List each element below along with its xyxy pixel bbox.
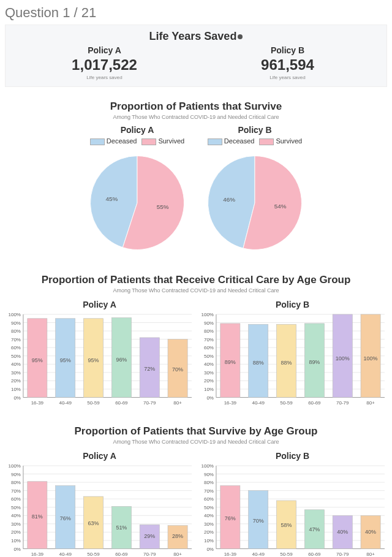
- svg-text:16-39: 16-39: [31, 552, 44, 557]
- svg-text:80%: 80%: [11, 480, 21, 485]
- svg-text:90%: 90%: [204, 320, 214, 325]
- svg-text:70%: 70%: [11, 336, 21, 342]
- svg-text:100%: 100%: [202, 312, 214, 317]
- svg-text:100%: 100%: [9, 463, 21, 469]
- section-sub: Among Those Who Contracted COVID-19 and …: [5, 287, 387, 294]
- policy-a-label: Policy A: [13, 45, 196, 55]
- svg-text:45%: 45%: [106, 195, 118, 202]
- svg-text:80%: 80%: [11, 328, 21, 334]
- svg-text:20%: 20%: [11, 529, 21, 535]
- svg-text:50-59: 50-59: [87, 552, 100, 557]
- svg-text:0%: 0%: [13, 547, 21, 552]
- svg-text:96%: 96%: [116, 357, 127, 363]
- svg-text:80%: 80%: [204, 480, 214, 485]
- swatch-survived-icon: [141, 138, 156, 145]
- svg-text:30%: 30%: [204, 369, 214, 375]
- section-title: Proportion of Patients that Survive by A…: [5, 425, 387, 438]
- svg-text:46%: 46%: [223, 196, 235, 203]
- svg-text:40%: 40%: [11, 362, 21, 367]
- svg-text:40%: 40%: [337, 529, 348, 535]
- policy-a-value: 1,017,522: [13, 56, 196, 74]
- svg-text:70-79: 70-79: [336, 400, 349, 406]
- svg-text:88%: 88%: [281, 359, 292, 365]
- svg-text:70%: 70%: [204, 488, 214, 494]
- section-title: Proportion of Patients that Receive Crit…: [5, 274, 387, 286]
- info-icon[interactable]: [238, 34, 243, 39]
- svg-text:70%: 70%: [172, 366, 183, 372]
- pie-a-label: Policy A: [82, 125, 192, 135]
- svg-text:60%: 60%: [11, 345, 21, 350]
- svg-text:0%: 0%: [206, 395, 214, 400]
- svg-text:50-59: 50-59: [280, 400, 293, 406]
- svg-text:20%: 20%: [204, 529, 214, 535]
- critical-care-section: Proportion of Patients that Receive Crit…: [5, 274, 387, 412]
- svg-text:40%: 40%: [365, 529, 376, 535]
- svg-text:16-39: 16-39: [224, 400, 237, 406]
- svg-text:47%: 47%: [309, 526, 320, 532]
- svg-text:90%: 90%: [204, 472, 214, 477]
- svg-text:60%: 60%: [204, 496, 214, 502]
- svg-text:100%: 100%: [202, 463, 214, 469]
- bar-chart-cc-policy-b: 0%10%20%30%40%50%60%70%80%90%100%89%16-3…: [198, 312, 387, 409]
- bar-chart-sv-policy-a: 0%10%20%30%40%50%60%70%80%90%100%81%16-3…: [5, 463, 194, 557]
- panel-title: Life Years Saved: [13, 30, 379, 43]
- svg-text:30%: 30%: [204, 521, 214, 527]
- bars-sv-a-label: Policy A: [5, 451, 194, 461]
- svg-text:54%: 54%: [274, 202, 287, 209]
- svg-text:60%: 60%: [11, 496, 21, 502]
- svg-text:70-79: 70-79: [336, 552, 349, 557]
- svg-text:40-49: 40-49: [59, 552, 72, 557]
- svg-text:80+: 80+: [173, 552, 182, 557]
- pie-legend: Deceased Survived: [82, 137, 192, 145]
- svg-text:50%: 50%: [11, 505, 21, 510]
- svg-text:60-69: 60-69: [308, 552, 321, 557]
- svg-text:76%: 76%: [60, 515, 71, 521]
- svg-text:60-69: 60-69: [115, 552, 128, 557]
- svg-text:40-49: 40-49: [252, 400, 265, 406]
- survive-by-age-section: Proportion of Patients that Survive by A…: [5, 425, 387, 557]
- svg-text:70%: 70%: [253, 518, 264, 524]
- svg-text:81%: 81%: [32, 513, 43, 520]
- bar-chart-cc-policy-a: 0%10%20%30%40%50%60%70%80%90%100%95%16-3…: [5, 312, 194, 409]
- svg-text:16-39: 16-39: [31, 400, 44, 406]
- svg-text:50-59: 50-59: [280, 552, 293, 557]
- policy-b-sub: Life years saved: [196, 75, 379, 80]
- bars-cc-b-label: Policy B: [198, 300, 387, 309]
- svg-text:40%: 40%: [11, 513, 21, 518]
- svg-text:55%: 55%: [157, 203, 169, 210]
- svg-text:80+: 80+: [173, 400, 182, 406]
- svg-text:0%: 0%: [13, 395, 21, 400]
- pie-chart-policy-b: 46%54%: [200, 148, 310, 258]
- svg-text:0%: 0%: [206, 547, 214, 552]
- section-title: Proportion of Patients that Survive: [5, 100, 387, 113]
- section-sub: Among Those Who Contracted COVID-19 and …: [5, 439, 387, 445]
- svg-text:89%: 89%: [309, 359, 320, 365]
- pie-b-label: Policy B: [200, 125, 310, 135]
- section-sub: Among Those Who Contracted COVID-19 and …: [5, 114, 387, 120]
- svg-text:51%: 51%: [116, 525, 127, 531]
- policy-b-label: Policy B: [196, 45, 379, 55]
- svg-text:40-49: 40-49: [59, 400, 72, 406]
- bars-sv-b-label: Policy B: [198, 451, 387, 461]
- svg-text:90%: 90%: [11, 472, 21, 477]
- svg-text:30%: 30%: [11, 369, 21, 375]
- svg-text:30%: 30%: [11, 521, 21, 527]
- question-counter: Question 1 / 21: [5, 5, 387, 21]
- svg-text:100%: 100%: [9, 312, 21, 317]
- swatch-survived-icon: [259, 138, 274, 145]
- svg-text:20%: 20%: [204, 378, 214, 384]
- svg-text:70%: 70%: [11, 488, 21, 494]
- pie-legend: Deceased Survived: [200, 137, 310, 145]
- svg-text:90%: 90%: [11, 320, 21, 325]
- svg-text:100%: 100%: [364, 355, 378, 361]
- svg-text:29%: 29%: [144, 533, 155, 539]
- policy-b-value: 961,594: [196, 56, 379, 74]
- bars-cc-a-label: Policy A: [5, 300, 194, 309]
- life-years-panel: Life Years Saved Policy A 1,017,522 Life…: [5, 25, 387, 87]
- svg-text:60%: 60%: [204, 345, 214, 350]
- svg-text:95%: 95%: [32, 357, 43, 363]
- svg-text:95%: 95%: [88, 357, 99, 363]
- svg-text:80%: 80%: [204, 328, 214, 334]
- svg-text:100%: 100%: [336, 355, 350, 361]
- bar-chart-sv-policy-b: 0%10%20%30%40%50%60%70%80%90%100%76%16-3…: [198, 463, 387, 557]
